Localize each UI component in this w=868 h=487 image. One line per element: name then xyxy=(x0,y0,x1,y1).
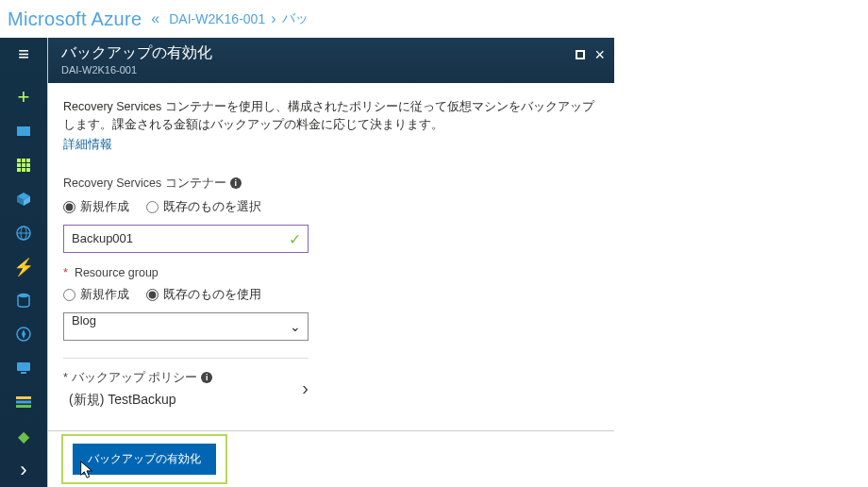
blade-footer: バックアップの有効化 xyxy=(48,430,614,487)
rg-radio-new-label: 新規作成 xyxy=(80,287,129,303)
rg-radio-existing-label: 既存のものを使用 xyxy=(163,287,261,303)
left-nav: ≡ + ⚡ ◆ › xyxy=(0,38,47,487)
nav-cube-icon[interactable] xyxy=(0,182,47,216)
info-icon[interactable]: i xyxy=(201,372,212,383)
rg-radio-new[interactable]: 新規作成 xyxy=(63,287,129,303)
rg-radio-group: 新規作成 既存のものを使用 xyxy=(63,287,599,303)
svg-rect-12 xyxy=(16,401,31,404)
svg-rect-11 xyxy=(16,396,31,399)
backup-policy-row[interactable]: * バックアップ ポリシー i (新規) TestBackup › xyxy=(63,358,309,409)
nav-diamond-icon[interactable]: ◆ xyxy=(0,419,47,453)
container-radio-new-input[interactable] xyxy=(63,201,75,213)
container-radio-existing-label: 既存のものを選択 xyxy=(163,199,261,215)
blade-body: Recovery Services コンテナーを使用し、構成されたポリシーに従っ… xyxy=(48,83,614,430)
rg-radio-existing[interactable]: 既存のものを使用 xyxy=(146,287,261,303)
nav-compass-icon[interactable] xyxy=(0,317,47,351)
container-radio-existing[interactable]: 既存のものを選択 xyxy=(146,199,261,215)
svg-marker-8 xyxy=(22,329,25,339)
container-radio-existing-input[interactable] xyxy=(146,201,159,213)
container-radio-new[interactable]: 新規作成 xyxy=(63,199,129,215)
svg-rect-9 xyxy=(17,362,30,371)
svg-rect-10 xyxy=(21,372,26,374)
breadcrumb-collapse-icon[interactable]: « xyxy=(151,10,159,27)
hamburger-icon[interactable]: ≡ xyxy=(18,43,29,65)
container-radio-group: 新規作成 既存のものを選択 xyxy=(63,199,599,215)
rg-radio-new-input[interactable] xyxy=(63,289,75,301)
svg-rect-13 xyxy=(16,405,31,408)
nav-globe-icon[interactable] xyxy=(0,216,47,250)
required-asterisk: * xyxy=(63,371,68,384)
nav-sql-icon[interactable] xyxy=(0,284,47,318)
nav-allservices-icon[interactable] xyxy=(0,148,47,182)
breadcrumb-truncated[interactable]: バッ xyxy=(282,10,309,27)
container-radio-new-label: 新規作成 xyxy=(80,199,129,215)
rg-select-wrap: Blog ⌄ xyxy=(63,312,309,341)
rg-radio-existing-input[interactable] xyxy=(146,289,159,301)
top-bar: Microsoft Azure « DAI-W2K16-001 › バッ xyxy=(0,0,868,38)
rg-label: * Resource group xyxy=(63,266,599,279)
backup-enable-blade: バックアップの有効化 DAI-W2K16-001 × Recovery Serv… xyxy=(47,38,614,487)
enable-button-highlight: バックアップの有効化 xyxy=(61,434,227,484)
container-label: Recovery Services コンテナー i xyxy=(63,176,599,192)
restore-window-icon[interactable] xyxy=(576,47,585,62)
policy-label: * バックアップ ポリシー i xyxy=(63,370,309,386)
info-icon[interactable]: i xyxy=(230,177,242,189)
chevron-right-icon: › xyxy=(302,378,309,399)
rg-select[interactable]: Blog xyxy=(63,312,309,341)
nav-functions-icon[interactable]: ⚡ xyxy=(0,250,47,284)
container-label-text: Recovery Services コンテナー xyxy=(63,176,226,192)
breadcrumb-separator-icon: › xyxy=(271,10,275,27)
breadcrumb-root[interactable]: DAI-W2K16-001 xyxy=(169,11,265,26)
container-name-wrap: ✓ xyxy=(63,225,309,253)
svg-point-6 xyxy=(18,294,29,297)
details-link[interactable]: 詳細情報 xyxy=(63,137,112,153)
brand-label[interactable]: Microsoft Azure xyxy=(8,8,142,30)
rg-select-value: Blog xyxy=(72,313,96,327)
intro-text: Recovery Services コンテナーを使用し、構成されたポリシーに従っ… xyxy=(63,98,599,135)
nav-dashboard-icon[interactable] xyxy=(0,114,47,148)
nav-create-icon[interactable]: + xyxy=(0,80,47,114)
close-icon[interactable]: × xyxy=(594,50,605,59)
enable-backup-button[interactable]: バックアップの有効化 xyxy=(73,444,216,475)
policy-value: (新規) TestBackup xyxy=(63,392,309,409)
policy-label-text: バックアップ ポリシー xyxy=(72,370,197,386)
container-name-input[interactable] xyxy=(63,225,309,253)
nav-list-icon[interactable] xyxy=(0,385,47,419)
required-asterisk: * xyxy=(63,266,68,279)
blade-subtitle: DAI-W2K16-001 xyxy=(61,64,601,76)
nav-monitor-icon[interactable] xyxy=(0,351,47,385)
blade-title: バックアップの有効化 xyxy=(61,43,601,63)
rg-label-text: Resource group xyxy=(75,266,159,279)
nav-expand-icon[interactable]: › xyxy=(0,453,47,487)
blade-header: バックアップの有効化 DAI-W2K16-001 × xyxy=(48,38,614,83)
blank-area xyxy=(614,38,868,487)
